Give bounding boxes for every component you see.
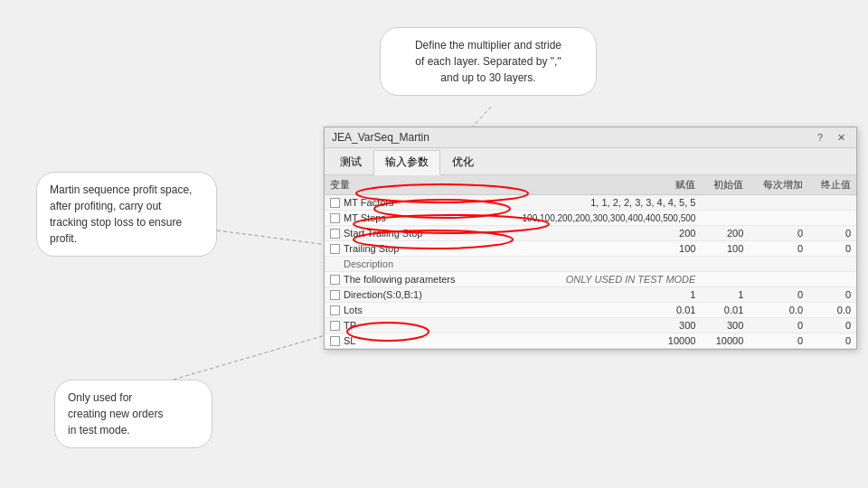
- top-callout-text: Define the multiplier and stride of each…: [415, 39, 561, 84]
- bottom-callout: Only used for creating new orders in tes…: [54, 380, 212, 448]
- row-end: 0: [808, 241, 856, 257]
- row-label-text: Direction(S:0,B:1): [344, 289, 422, 300]
- table-row: Start Trailing Stop 200 200 0 0: [325, 226, 856, 241]
- row-initial: 100: [701, 241, 749, 257]
- row-label-cell: Description: [325, 257, 485, 272]
- row-checkbox[interactable]: [330, 229, 340, 239]
- row-label-cell: The following parameters: [325, 272, 485, 287]
- top-callout: Define the multiplier and stride of each…: [380, 27, 597, 96]
- row-value: 100: [485, 241, 702, 257]
- dialog-title: JEA_VarSeq_Martin: [332, 131, 429, 144]
- row-label-text: MT Steps: [344, 212, 386, 223]
- row-initial: 200: [701, 226, 749, 241]
- row-initial: [701, 211, 749, 226]
- row-label-cell: SL: [325, 333, 485, 349]
- row-end: 0.0: [808, 303, 856, 318]
- row-label-cell: TP: [325, 318, 485, 333]
- col-header-step: 每次增加: [749, 175, 808, 195]
- row-label-cell: Lots: [325, 303, 485, 318]
- row-checkbox[interactable]: [330, 213, 340, 223]
- row-value: 0.01: [485, 303, 702, 318]
- row-value: 1, 1, 2, 2, 3, 3, 4, 4, 5, 5: [485, 195, 702, 211]
- dialog-titlebar: JEA_VarSeq_Martin ? ✕: [325, 127, 856, 148]
- table-row-section: Description: [325, 257, 856, 272]
- row-end: 0: [808, 333, 856, 349]
- row-label-cell: Direction(S:0,B:1): [325, 287, 485, 303]
- col-header-variable: 变量: [325, 175, 485, 195]
- row-step: [749, 272, 808, 287]
- row-label-cell: MT Factors: [325, 195, 485, 211]
- row-step: [749, 257, 808, 272]
- row-label-cell: Trailing Stop: [325, 241, 485, 257]
- table-row: MT Steps 100,100,200,200,300,300,400,400…: [325, 211, 856, 226]
- row-step: 0: [749, 241, 808, 257]
- tab-optimize[interactable]: 优化: [440, 150, 486, 174]
- dialog-window: JEA_VarSeq_Martin ? ✕ 测试 输入参数 优化 变量 赋值 初…: [324, 127, 857, 350]
- table-row: SL 10000 10000 0 0: [325, 333, 856, 349]
- row-label-text: Start Trailing Stop: [344, 228, 422, 239]
- row-value: 1: [485, 287, 702, 303]
- row-label-text: SL: [344, 335, 355, 346]
- params-table-container: 变量 赋值 初始值 每次增加 终止值 MT Factors 1,: [325, 175, 856, 349]
- row-label-cell: Start Trailing Stop: [325, 226, 485, 241]
- help-button[interactable]: ?: [814, 132, 826, 143]
- left-callout-text: Martin sequence profit space, after prof…: [50, 183, 192, 245]
- table-row: Lots 0.01 0.01 0.0 0.0: [325, 303, 856, 318]
- row-end: 0: [808, 287, 856, 303]
- row-checkbox[interactable]: [330, 305, 340, 315]
- table-row: The following parameters ONLY USED IN TE…: [325, 272, 856, 287]
- row-checkbox[interactable]: [330, 244, 340, 254]
- row-checkbox[interactable]: [330, 290, 340, 300]
- row-end: [808, 195, 856, 211]
- row-end: [808, 272, 856, 287]
- row-initial: [701, 195, 749, 211]
- row-checkbox[interactable]: [330, 275, 340, 285]
- row-end: [808, 257, 856, 272]
- row-initial: [701, 272, 749, 287]
- row-value: 10000: [485, 333, 702, 349]
- row-initial: 1: [701, 287, 749, 303]
- row-end: [808, 211, 856, 226]
- bottom-callout-text: Only used for creating new orders in tes…: [68, 391, 163, 436]
- table-row: TP 300 300 0 0: [325, 318, 856, 333]
- row-label-text: TP: [344, 320, 356, 331]
- col-header-end: 终止值: [808, 175, 856, 195]
- row-label-text: Description: [344, 258, 393, 269]
- table-header-row: 变量 赋值 初始值 每次增加 终止值: [325, 175, 856, 195]
- svg-line-1: [217, 230, 335, 246]
- row-value: [485, 257, 702, 272]
- params-table: 变量 赋值 初始值 每次增加 终止值 MT Factors 1,: [325, 175, 856, 349]
- row-checkbox[interactable]: [330, 336, 340, 346]
- row-initial: 10000: [701, 333, 749, 349]
- left-callout: Martin sequence profit space, after prof…: [36, 172, 217, 257]
- tab-input-params[interactable]: 输入参数: [373, 150, 440, 175]
- table-row: Trailing Stop 100 100 0 0: [325, 241, 856, 257]
- svg-line-2: [167, 330, 344, 381]
- row-step: [749, 195, 808, 211]
- row-checkbox[interactable]: [330, 198, 340, 208]
- row-step: 0.0: [749, 303, 808, 318]
- row-value: 100,100,200,200,300,300,400,400,500,500: [485, 211, 702, 226]
- table-row: MT Factors 1, 1, 2, 2, 3, 3, 4, 4, 5, 5: [325, 195, 856, 211]
- row-initial: 300: [701, 318, 749, 333]
- row-value: 200: [485, 226, 702, 241]
- row-end: 0: [808, 226, 856, 241]
- row-step: [749, 211, 808, 226]
- row-label-text: MT Factors: [344, 197, 393, 208]
- row-checkbox[interactable]: [330, 321, 340, 331]
- tab-test[interactable]: 测试: [328, 150, 373, 174]
- table-row: Direction(S:0,B:1) 1 1 0 0: [325, 287, 856, 303]
- row-label-text: The following parameters: [344, 274, 456, 285]
- row-value: ONLY USED IN TEST MODE: [485, 272, 702, 287]
- close-button[interactable]: ✕: [834, 132, 849, 144]
- dialog-controls: ? ✕: [814, 132, 849, 144]
- row-step: 0: [749, 287, 808, 303]
- row-step: 0: [749, 318, 808, 333]
- row-label-cell: MT Steps: [325, 211, 485, 226]
- tabs-container: 测试 输入参数 优化: [325, 148, 856, 175]
- row-value: 300: [485, 318, 702, 333]
- row-initial: [701, 257, 749, 272]
- row-step: 0: [749, 226, 808, 241]
- col-header-value: 赋值: [485, 175, 702, 195]
- row-end: 0: [808, 318, 856, 333]
